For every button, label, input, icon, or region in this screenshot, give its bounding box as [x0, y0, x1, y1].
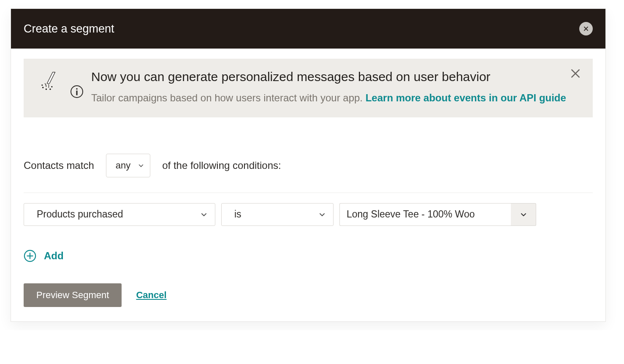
condition-value-group: Long Sleeve Tee - 100% Woo	[339, 203, 536, 226]
svg-point-4	[52, 86, 52, 87]
condition-value-select[interactable]: Long Sleeve Tee - 100% Woo	[339, 203, 511, 226]
banner-learn-more-link[interactable]: Learn more about events in our API guide	[366, 92, 566, 103]
banner-sub-prefix: Tailor campaigns based on how users inte…	[91, 92, 366, 103]
banner-subtext: Tailor campaigns based on how users inte…	[91, 90, 580, 106]
segment-modal: Create a segment	[11, 8, 606, 322]
condition-field-select[interactable]: Products purchased	[24, 203, 215, 226]
svg-point-1	[46, 89, 46, 90]
wand-icon	[41, 71, 60, 91]
close-icon	[583, 26, 589, 32]
banner-text: Now you can generate personalized messag…	[91, 69, 580, 106]
condition-value-text: Long Sleeve Tee - 100% Woo	[347, 209, 475, 220]
add-condition-button[interactable]: Add	[24, 250, 64, 262]
close-icon	[570, 68, 581, 79]
match-mode-select[interactable]: any	[106, 154, 150, 177]
chevron-down-icon	[520, 211, 527, 218]
chevron-down-icon	[319, 211, 326, 218]
match-suffix: of the following conditions:	[162, 160, 281, 171]
add-label: Add	[44, 250, 64, 262]
match-prefix: Contacts match	[24, 160, 94, 171]
plus-circle-icon	[24, 250, 36, 262]
condition-operator-value: is	[234, 209, 241, 220]
divider	[24, 193, 593, 193]
condition-value-dropdown-button[interactable]	[511, 203, 536, 226]
svg-rect-7	[76, 91, 77, 95]
chevron-down-icon	[201, 211, 207, 218]
svg-point-0	[43, 87, 43, 88]
modal-title: Create a segment	[24, 22, 114, 35]
banner-dismiss-button[interactable]	[570, 68, 581, 79]
modal-header: Create a segment	[11, 9, 605, 49]
svg-point-6	[76, 88, 78, 90]
modal-body: Now you can generate personalized messag…	[11, 49, 605, 321]
svg-point-3	[42, 85, 43, 86]
preview-segment-button[interactable]: Preview Segment	[24, 283, 122, 307]
info-banner: Now you can generate personalized messag…	[24, 59, 593, 117]
condition-row: Products purchased is Long Sleeve Tee - …	[24, 203, 593, 226]
cancel-link[interactable]: Cancel	[136, 290, 166, 301]
condition-operator-select[interactable]: is	[221, 203, 334, 226]
match-row: Contacts match any of the following cond…	[24, 154, 593, 177]
footer-actions: Preview Segment Cancel	[24, 283, 593, 307]
banner-heading: Now you can generate personalized messag…	[91, 69, 580, 85]
match-mode-value: any	[116, 160, 130, 171]
svg-point-2	[50, 89, 51, 90]
chevron-down-icon	[138, 163, 144, 168]
condition-field-value: Products purchased	[37, 209, 123, 220]
modal-close-button[interactable]	[579, 22, 593, 35]
info-icon	[70, 85, 84, 98]
